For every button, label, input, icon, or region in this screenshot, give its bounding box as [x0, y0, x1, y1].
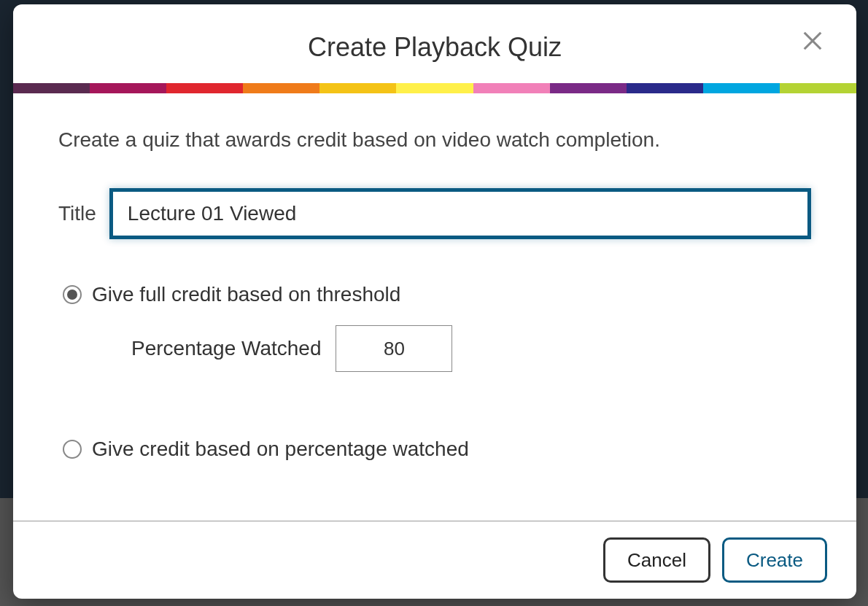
- option-threshold-row[interactable]: Give full credit based on threshold: [63, 283, 811, 306]
- radio-threshold-label: Give full credit based on threshold: [92, 283, 400, 306]
- percentage-watched-row: Percentage Watched: [131, 325, 811, 372]
- color-segment: [703, 83, 780, 93]
- color-segment: [13, 83, 90, 93]
- color-segment: [243, 83, 319, 93]
- brand-color-bar: [13, 83, 856, 93]
- modal-footer: Cancel Create: [13, 521, 856, 599]
- radio-threshold[interactable]: [63, 285, 82, 304]
- percentage-watched-input[interactable]: [336, 325, 452, 372]
- modal-header: Create Playback Quiz: [13, 4, 856, 83]
- color-segment: [473, 83, 550, 93]
- modal-description: Create a quiz that awards credit based o…: [58, 128, 811, 152]
- color-segment: [90, 83, 166, 93]
- create-playback-quiz-modal: Create Playback Quiz Create a quiz that …: [13, 4, 856, 599]
- color-segment: [627, 83, 703, 93]
- percentage-watched-label: Percentage Watched: [131, 337, 321, 360]
- color-segment: [396, 83, 473, 93]
- close-button[interactable]: [798, 26, 827, 55]
- title-field-row: Title: [58, 188, 811, 239]
- title-input[interactable]: [109, 188, 811, 239]
- modal-title: Create Playback Quiz: [13, 32, 856, 63]
- option-percentage-row[interactable]: Give credit based on percentage watched: [63, 438, 811, 461]
- color-segment: [550, 83, 627, 93]
- create-button[interactable]: Create: [722, 537, 827, 583]
- color-segment: [780, 83, 856, 93]
- radio-percentage[interactable]: [63, 440, 82, 459]
- modal-body: Create a quiz that awards credit based o…: [13, 93, 856, 521]
- close-icon: [802, 30, 824, 52]
- cancel-button[interactable]: Cancel: [603, 537, 710, 583]
- color-segment: [166, 83, 243, 93]
- title-label: Title: [58, 202, 96, 225]
- radio-percentage-label: Give credit based on percentage watched: [92, 438, 469, 461]
- color-segment: [319, 83, 396, 93]
